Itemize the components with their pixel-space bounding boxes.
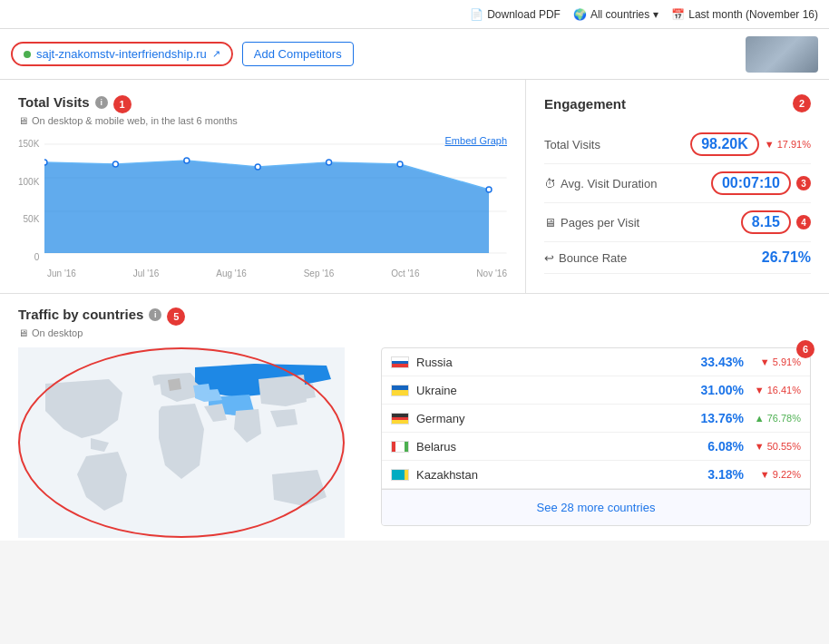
belarus-name: Belarus <box>416 440 687 454</box>
main-top-section: Total Visits i 1 🖥 On desktop & mobile w… <box>0 80 829 293</box>
top-bar: 📄 Download PDF 🌍 All countries ▾ 📅 Last … <box>0 0 829 29</box>
badge-5: 5 <box>167 307 185 326</box>
thumbnail-image <box>746 36 818 73</box>
kazakhstan-name: Kazakhstan <box>416 468 687 482</box>
russia-flag <box>391 356 409 368</box>
url-input-wrapper[interactable]: sajt-znakomstv-interfriendship.ru ↗ <box>11 42 233 66</box>
total-visits-subtitle: 🖥 On desktop & mobile web, in the last 6… <box>18 115 507 126</box>
germany-trend: ▲ 76.78% <box>751 413 801 424</box>
status-dot <box>24 51 31 58</box>
bounce-rate-label: ↩ Bounce Rate <box>544 251 627 265</box>
last-month-label: Last month (November 16) <box>688 8 818 21</box>
x-label-aug: Aug '16 <box>216 268 247 278</box>
badge-4: 4 <box>796 215 811 229</box>
pages-per-visit-row: 🖥 Pages per Visit 8.15 4 <box>544 203 811 242</box>
download-pdf-button[interactable]: 📄 Download PDF <box>470 8 561 21</box>
country-row-ukraine: Ukraine 31.00% ▼ 16.41% <box>382 376 810 405</box>
germany-pct: 13.76% <box>694 411 744 425</box>
total-visits-trend: ▼ 17.91% <box>765 139 811 150</box>
visits-chart-container: Embed Graph 150K 100K 50K 0 <box>18 135 507 271</box>
all-countries-dropdown[interactable]: 🌍 All countries ▾ <box>573 8 658 21</box>
bounce-icon: ↩ <box>544 251 554 265</box>
engagement-total-visits-row: Total Visits 98.20K ▼ 17.91% <box>544 125 811 164</box>
countries-list: Russia 33.43% ▼ 5.91% Ukraine 31.00% ▼ 1… <box>381 347 811 526</box>
kazakhstan-flag <box>391 469 409 481</box>
total-visits-panel: Total Visits i 1 🖥 On desktop & mobile w… <box>0 80 526 293</box>
map-oval-border <box>18 347 345 538</box>
svg-point-7 <box>184 158 190 163</box>
clock-icon: ⏱ <box>544 177 556 190</box>
y-label-50k: 50K <box>24 214 40 224</box>
traffic-section: Traffic by countries i 5 🖥 On desktop <box>0 293 829 541</box>
see-more-countries-button[interactable]: See 28 more countries <box>382 489 810 525</box>
country-row-germany: Germany 13.76% ▲ 76.78% <box>382 405 810 433</box>
x-label-jul: Jul '16 <box>133 268 160 278</box>
russia-pct: 33.43% <box>694 355 744 369</box>
kazakhstan-pct: 3.18% <box>694 467 744 482</box>
embed-graph-link[interactable]: Embed Graph <box>445 135 507 146</box>
url-bar: sajt-znakomstv-interfriendship.ru ↗ Add … <box>0 29 829 80</box>
see-more-label: See 28 more countries <box>537 501 656 514</box>
x-label-nov: Nov '16 <box>476 268 507 278</box>
pages-icon: 🖥 <box>544 216 556 229</box>
ukraine-trend: ▼ 16.41% <box>751 385 801 395</box>
traffic-content: 6 Russia 33.43% ▼ 5.91% Ukraine 31.00% ▼… <box>18 347 811 541</box>
engagement-total-visits-value: 98.20K <box>690 132 759 156</box>
badge-1: 1 <box>113 95 132 113</box>
pdf-icon: 📄 <box>470 8 483 21</box>
ukraine-pct: 31.00% <box>694 383 744 397</box>
germany-name: Germany <box>416 412 687 425</box>
x-label-oct: Oct '16 <box>391 268 419 278</box>
external-link-icon: ↗ <box>212 48 220 60</box>
x-axis: Jun '16 Jul '16 Aug '16 Sep '16 Oct '16 … <box>18 265 507 278</box>
chart-svg-area <box>44 135 507 265</box>
pages-per-visit-label: 🖥 Pages per Visit <box>544 216 639 229</box>
avg-visit-value: 00:07:10 <box>711 171 791 195</box>
engagement-title: Engagement <box>544 96 626 112</box>
y-axis: 150K 100K 50K 0 <box>18 135 44 262</box>
total-visits-info-icon[interactable]: i <box>95 96 108 109</box>
svg-point-11 <box>486 187 492 192</box>
country-row-belarus: Belarus 6.08% ▼ 50.55% <box>382 433 810 461</box>
y-label-0: 0 <box>34 252 40 262</box>
engagement-total-visits-value-group: 98.20K ▼ 17.91% <box>690 132 811 156</box>
engagement-header: Engagement 2 <box>544 94 811 112</box>
chevron-down-icon: ▾ <box>653 8 658 21</box>
svg-marker-4 <box>44 161 489 253</box>
globe-icon: 🌍 <box>573 8 587 21</box>
russia-name: Russia <box>416 356 687 369</box>
traffic-info-icon[interactable]: i <box>149 308 161 321</box>
svg-point-9 <box>327 160 332 165</box>
avg-visit-label: ⏱ Avg. Visit Duration <box>544 177 657 190</box>
download-pdf-label: Download PDF <box>487 8 561 21</box>
pages-per-visit-value: 8.15 <box>741 210 791 234</box>
map-container <box>18 347 363 541</box>
monitor-icon: 🖥 <box>18 115 28 126</box>
url-text: sajt-znakomstv-interfriendship.ru <box>36 47 207 61</box>
last-month-dropdown[interactable]: 📅 Last month (November 16) <box>671 8 818 21</box>
badge-3: 3 <box>796 176 811 190</box>
traffic-header: Traffic by countries i 5 <box>18 307 811 326</box>
y-label-150k: 150K <box>18 139 39 149</box>
x-label-sep: Sep '16 <box>304 268 335 278</box>
engagement-total-visits-label: Total Visits <box>544 138 600 151</box>
traffic-subtitle: 🖥 On desktop <box>18 327 811 338</box>
avg-visit-value-group: 00:07:10 3 <box>711 171 811 195</box>
badge-2: 2 <box>793 94 811 112</box>
germany-flag <box>391 413 409 424</box>
add-competitors-button[interactable]: Add Competitors <box>242 42 354 66</box>
country-row-kazakhstan: Kazakhstan 3.18% ▼ 9.22% <box>382 461 810 489</box>
monitor-icon-2: 🖥 <box>18 327 28 338</box>
svg-point-6 <box>113 161 119 167</box>
total-visits-title: Total Visits i <box>18 94 108 110</box>
y-label-100k: 100K <box>18 177 39 187</box>
ukraine-flag <box>391 385 409 396</box>
bounce-rate-row: ↩ Bounce Rate 26.71% <box>544 242 811 274</box>
calendar-icon: 📅 <box>671 8 685 21</box>
ukraine-name: Ukraine <box>416 384 687 397</box>
chart-wrapper: 150K 100K 50K 0 <box>18 135 507 265</box>
svg-point-8 <box>256 164 261 170</box>
pages-per-visit-value-group: 8.15 4 <box>741 210 811 234</box>
svg-point-10 <box>397 161 403 167</box>
engagement-panel: Engagement 2 Total Visits 98.20K ▼ 17.91… <box>526 80 829 293</box>
